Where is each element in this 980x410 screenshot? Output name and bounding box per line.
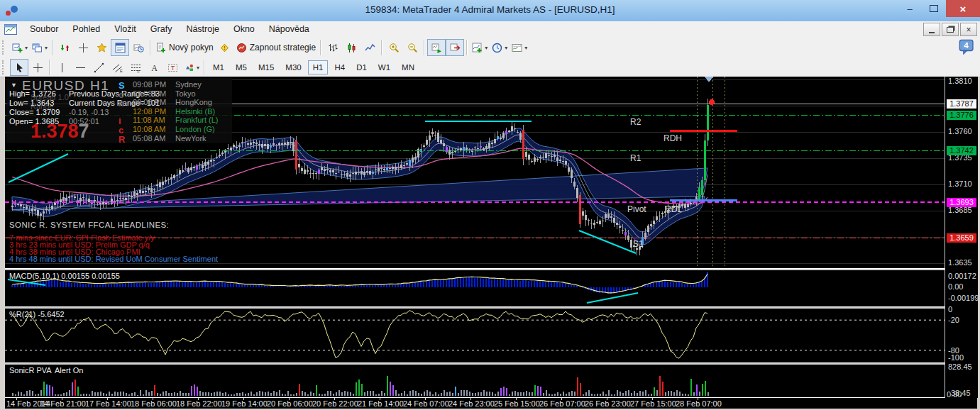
price-axis-label: 1.3760	[948, 127, 972, 135]
text-label-button[interactable]: T	[163, 59, 182, 76]
maximize-button[interactable]	[922, 0, 946, 17]
text-button[interactable]: A	[145, 59, 163, 76]
dropdown-caret-icon[interactable]: ▾	[485, 45, 488, 51]
timeframe-MN[interactable]: MN	[397, 60, 419, 74]
menu-item-napoveda[interactable]: Nápověda	[262, 23, 316, 35]
timeframe-D1[interactable]: D1	[351, 60, 372, 74]
toolbar-grip[interactable]	[2, 60, 7, 74]
dropdown-caret-icon[interactable]: ▾	[45, 45, 48, 51]
timeframe-M5[interactable]: M5	[231, 60, 252, 74]
publish-comment-button[interactable]: 4	[959, 39, 974, 55]
volume-label: SonicR PVA	[9, 366, 52, 375]
timeframe-M1[interactable]: M1	[208, 60, 229, 74]
main-chart-canvas[interactable]: R2R1PivotS1RDHRDL▼EURUSD H1Spread 1.0Ran…	[5, 77, 945, 268]
zoom-in-button[interactable]	[385, 39, 403, 56]
pivot-level-label: Pivot	[627, 204, 646, 214]
dropdown-caret-icon[interactable]: ▾	[505, 45, 507, 51]
candles-icon	[346, 43, 357, 53]
menu-item-soubor[interactable]: Soubor	[23, 23, 65, 35]
menu-item-okno[interactable]: Okno	[226, 23, 262, 35]
fibonacci-button[interactable]: F	[126, 59, 145, 76]
shapes-icon	[184, 62, 194, 73]
child-close-button[interactable]: ×	[960, 23, 977, 36]
chart-line-button[interactable]	[360, 39, 379, 56]
time-axis-label: 20 Feb 06:00	[267, 399, 313, 408]
minimize-button[interactable]: –	[898, 0, 922, 17]
timeframe-M30[interactable]: M30	[280, 60, 306, 74]
svg-text:A: A	[151, 63, 158, 73]
time-axis-label: 26 Feb 07:00	[539, 399, 585, 408]
svg-text:T: T	[170, 65, 174, 72]
new-chart-button[interactable]: ▾	[10, 39, 30, 56]
percent-r-panel[interactable]: %R(21) -5.6452	[5, 308, 945, 362]
time-axis-label: 18 Feb 22:00	[176, 399, 222, 408]
star-icon	[97, 43, 107, 53]
strategy-tester-button[interactable]	[129, 39, 148, 56]
trendline-button[interactable]	[89, 59, 108, 76]
world-clock-city: Helsinki (B)	[175, 107, 215, 116]
menu-item-pohled[interactable]: Pohled	[65, 23, 107, 35]
volume-panel[interactable]: SonicR PVA Alert On	[5, 364, 945, 397]
market-watch-button[interactable]	[55, 39, 74, 56]
cursor-button[interactable]	[10, 59, 28, 76]
horizontal-line-button[interactable]	[71, 59, 89, 76]
toolbar-separator	[52, 40, 53, 55]
vertical-line-button[interactable]	[53, 59, 71, 76]
new-order-button[interactable]: Nový pokyn	[153, 39, 216, 56]
data-window-button[interactable]	[74, 39, 92, 56]
close-button[interactable]: ×	[946, 0, 980, 17]
timeframe-H4[interactable]: H4	[329, 60, 350, 74]
rdh-level-label: RDH	[664, 133, 682, 143]
dropdown-caret-icon[interactable]: ▾	[25, 45, 28, 51]
toolbar-separator	[150, 40, 151, 55]
chart-candles-button[interactable]	[342, 39, 360, 56]
indicators-list-button[interactable]: ▾	[470, 39, 490, 56]
line-icon	[365, 43, 375, 53]
macd-panel[interactable]: MACD(5,10,1) 0.00155 0.00155	[5, 270, 945, 306]
info-row-label: Low= 1.3643	[9, 99, 54, 107]
world-clock-time: 06:08 PM	[133, 98, 166, 106]
cursor-icon	[14, 62, 25, 73]
time-axis[interactable]: 14 Feb 201414 Feb 21:0017 Feb 14:0018 Fe…	[5, 398, 977, 409]
vline-icon	[57, 62, 67, 73]
toolbar-grip[interactable]	[2, 40, 7, 55]
dropdown-caret-icon[interactable]: ▾	[524, 45, 527, 51]
menu-item-vlozit[interactable]: Vložit	[107, 23, 143, 35]
expert-advisors-button[interactable]: Zapnout strategie	[234, 39, 318, 56]
world-clock-time: 05:08 AM	[133, 134, 165, 143]
info-row-label: Close= 1.3709	[9, 108, 60, 116]
menu-item-grafy[interactable]: Grafy	[143, 23, 180, 35]
profiles-button[interactable]: ▾	[30, 39, 50, 56]
terminal-button[interactable]	[111, 39, 129, 56]
child-restore-button[interactable]	[942, 23, 959, 36]
child-minimize-button[interactable]	[923, 23, 940, 36]
zoom-out-icon	[407, 43, 418, 53]
templates-button[interactable]: ▾	[510, 39, 529, 56]
terminal-icon	[115, 43, 126, 53]
price-tag: 1.3659	[947, 233, 976, 243]
chart-shift-button[interactable]	[446, 39, 464, 56]
arrows-button[interactable]: ▾	[182, 59, 202, 76]
crosshair-tool-button[interactable]	[28, 59, 47, 76]
title-bar[interactable]: 159834: MetaTrader 4 Admiral Markets AS …	[0, 0, 980, 21]
chart-app-icon	[4, 24, 17, 35]
equidistant-channel-button[interactable]: E	[108, 59, 126, 76]
price-axis[interactable]: 1.38101.37601.37351.37101.36851.36351.37…	[945, 77, 978, 398]
drawing-toolbar: EFAT▾ M1M5M15M30H1H4D1W1MN	[0, 58, 980, 77]
dropdown-caret-icon[interactable]: ▾	[197, 65, 199, 71]
symbol-dropdown-icon[interactable]: ▼	[11, 82, 17, 89]
notification-button[interactable]: !	[216, 39, 234, 56]
navigator-button[interactable]	[92, 39, 111, 56]
timeframe-H1[interactable]: H1	[308, 60, 329, 74]
auto-scroll-button[interactable]	[427, 39, 446, 56]
timeframe-W1[interactable]: W1	[373, 60, 395, 74]
headline-item: 4 hrs 48 mins until USD: Revised UoM Con…	[9, 255, 218, 263]
periods-button[interactable]: ▾	[490, 39, 510, 56]
timeframe-M15[interactable]: M15	[253, 60, 279, 74]
menu-bar: SouborPohledVložitGrafyNástrojeOknoNápov…	[0, 21, 980, 38]
world-clock-time: 11:08 AM	[133, 116, 165, 124]
zoom-out-button[interactable]	[403, 39, 422, 56]
text-a-icon: A	[149, 62, 160, 73]
menu-item-nastroje[interactable]: Nástroje	[179, 23, 226, 35]
chart-bars-button[interactable]	[324, 39, 342, 56]
